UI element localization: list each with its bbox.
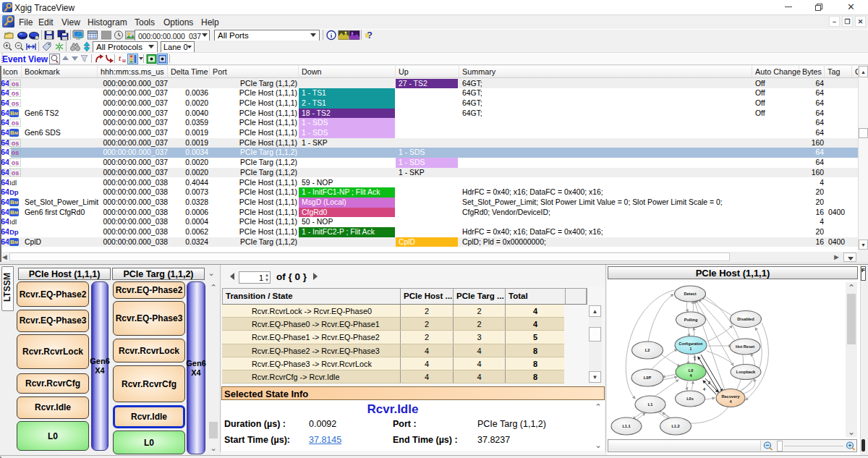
svg-text:t: t [119,55,122,62]
svg-text:Detect: Detect [684,292,696,296]
svg-text:4: 4 [703,387,706,391]
svg-text:L2: L2 [645,348,650,352]
svg-text:L1.2: L1.2 [671,424,679,428]
svg-text:Disabled: Disabled [737,317,754,321]
svg-text:Loopback: Loopback [736,370,756,374]
svg-text:L0s: L0s [686,396,694,401]
svg-text:Recovery: Recovery [721,394,740,399]
svg-text:2: 2 [708,381,710,385]
svg-text:L0P: L0P [644,376,652,380]
svg-text:Hot Reset: Hot Reset [736,344,754,349]
svg-text:1: 1 [690,347,692,351]
svg-text:Polling: Polling [684,318,698,322]
svg-text:L1.1: L1.1 [622,424,630,428]
svg-text:u: u [122,57,126,64]
svg-text:L0: L0 [689,368,694,373]
svg-text:Configuration: Configuration [679,342,703,346]
svg-text:1: 1 [694,357,696,361]
svg-text:L1: L1 [648,402,653,407]
